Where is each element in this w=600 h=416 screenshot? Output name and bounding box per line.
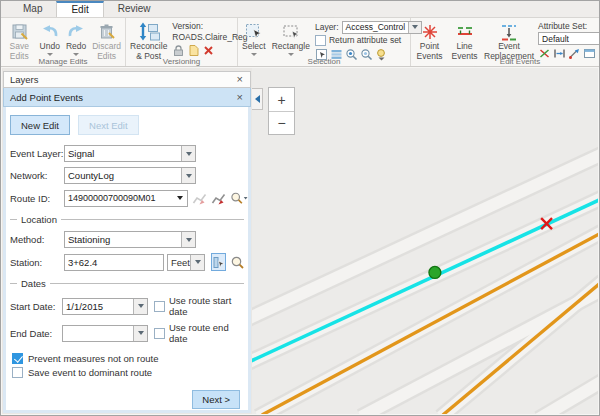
map-view[interactable]: + − bbox=[252, 68, 598, 414]
start-date-value[interactable] bbox=[63, 301, 133, 312]
attribute-set-dropdown[interactable]: Default bbox=[538, 32, 600, 45]
location-section-title: Location bbox=[21, 214, 57, 225]
group-selection: Select Rectangle Layer: Access_Control bbox=[238, 18, 411, 66]
collapse-arrow-icon bbox=[255, 95, 260, 103]
add-point-events-body: New Edit Next Edit Event Layer: Network: bbox=[3, 107, 251, 413]
content-area: Layers × Add Point Events × New Edit Nex… bbox=[2, 68, 598, 414]
edit-events-options: Attribute Set: Default bbox=[536, 20, 600, 61]
layers-title: Layers bbox=[10, 74, 39, 85]
station-zoom-icon[interactable] bbox=[230, 253, 245, 271]
layer-label: Layer: bbox=[315, 22, 339, 32]
delete-version-icon[interactable] bbox=[202, 44, 215, 57]
map-canvas bbox=[252, 68, 598, 414]
version-label: Version: bbox=[172, 21, 247, 31]
side-panel: Layers × Add Point Events × New Edit Nex… bbox=[3, 71, 251, 413]
select-button[interactable]: Select bbox=[240, 20, 268, 57]
prevent-measures-checkbox[interactable] bbox=[12, 353, 23, 364]
use-route-end-date-label: Use route end date bbox=[169, 322, 244, 344]
next-button[interactable]: Next > bbox=[192, 390, 240, 409]
end-date-dropdown[interactable] bbox=[62, 325, 148, 342]
map-zoom-control: + − bbox=[268, 87, 295, 135]
route-id-caret-icon[interactable] bbox=[177, 196, 183, 200]
rectangle-select-icon bbox=[281, 21, 301, 42]
pick-location-button[interactable] bbox=[211, 253, 226, 271]
network-dropdown[interactable] bbox=[64, 167, 196, 184]
method-label: Method: bbox=[10, 234, 64, 245]
event-layer-label: Event Layer: bbox=[10, 148, 64, 159]
select-icon bbox=[244, 21, 264, 42]
end-date-value[interactable] bbox=[63, 328, 133, 339]
network-value[interactable] bbox=[65, 170, 181, 181]
new-edit-button[interactable]: New Edit bbox=[10, 115, 70, 135]
zoom-in-button[interactable]: + bbox=[269, 88, 294, 111]
panel-close-icon[interactable]: × bbox=[236, 92, 244, 103]
ribbon: Map Edit Review Save Edits Undo bbox=[1, 1, 599, 67]
undo-dropdown-caret-icon[interactable] bbox=[47, 53, 53, 56]
panel-collapse-button[interactable] bbox=[252, 88, 263, 110]
event-layer-dropdown[interactable] bbox=[64, 145, 196, 162]
event-point-marker[interactable] bbox=[429, 266, 441, 278]
return-attribute-label: Return attribute set bbox=[329, 35, 401, 45]
reconcile-icon bbox=[138, 21, 160, 42]
station-value[interactable] bbox=[65, 257, 163, 268]
end-date-label: End Date: bbox=[10, 328, 62, 339]
event-replacement-icon bbox=[498, 21, 520, 42]
new-version-icon[interactable] bbox=[187, 44, 200, 57]
redo-label: Redo bbox=[66, 42, 86, 52]
start-date-dropdown[interactable] bbox=[62, 298, 148, 315]
rectangle-button[interactable]: Rectangle bbox=[270, 20, 312, 57]
route-zoom-icon[interactable] bbox=[230, 189, 248, 207]
station-unit-dropdown[interactable]: Feet bbox=[167, 254, 205, 271]
select-route-icon[interactable] bbox=[192, 189, 207, 207]
layer-dropdown[interactable]: Access_Control bbox=[342, 21, 423, 34]
method-value[interactable] bbox=[65, 234, 181, 245]
method-caret-icon[interactable] bbox=[181, 232, 195, 247]
undo-button[interactable]: Undo bbox=[38, 20, 62, 57]
group-label-selection: Selection bbox=[238, 57, 410, 66]
group-edit-events: Point Events Line Events Event Replaceme… bbox=[411, 18, 600, 66]
use-route-end-date-checkbox[interactable] bbox=[154, 328, 165, 339]
ribbon-body: Save Edits Undo Redo bbox=[1, 18, 599, 67]
network-label: Network: bbox=[10, 170, 64, 181]
return-attribute-checkbox[interactable] bbox=[315, 35, 326, 46]
end-date-caret-icon[interactable] bbox=[133, 326, 147, 341]
lock-icon[interactable] bbox=[172, 44, 185, 57]
group-label-manage-edits: Manage Edits bbox=[1, 57, 125, 66]
start-date-caret-icon[interactable] bbox=[133, 299, 147, 314]
select-dropdown-caret-icon[interactable] bbox=[251, 53, 257, 56]
rectangle-dropdown-caret-icon[interactable] bbox=[288, 53, 294, 56]
method-dropdown[interactable] bbox=[64, 231, 196, 248]
save-dominant-checkbox[interactable] bbox=[12, 367, 23, 378]
rectangle-label: Rectangle bbox=[272, 42, 310, 52]
layers-pane-header: Layers × bbox=[3, 71, 251, 88]
redo-button[interactable]: Redo bbox=[64, 20, 88, 57]
ribbon-tabs: Map Edit Review bbox=[1, 1, 599, 18]
point-events-icon bbox=[420, 21, 440, 42]
redo-dropdown-caret-icon[interactable] bbox=[73, 53, 79, 56]
save-icon bbox=[10, 21, 29, 42]
route-id-combo[interactable] bbox=[64, 190, 188, 207]
route-id-value[interactable] bbox=[65, 193, 175, 203]
undo-icon bbox=[40, 21, 60, 42]
attribute-set-value: Default bbox=[539, 34, 600, 44]
attribute-set-label: Attribute Set: bbox=[538, 21, 600, 31]
save-dominant-label: Save event to dominant route bbox=[28, 367, 152, 378]
network-caret-icon[interactable] bbox=[181, 168, 195, 183]
layers-close-icon[interactable]: × bbox=[236, 74, 244, 85]
station-field[interactable] bbox=[64, 254, 164, 271]
station-unit-caret-icon[interactable] bbox=[190, 255, 204, 270]
select-route-on-map-icon[interactable] bbox=[211, 189, 226, 207]
tab-review[interactable]: Review bbox=[104, 1, 165, 17]
event-layer-value[interactable] bbox=[65, 148, 181, 159]
event-layer-caret-icon[interactable] bbox=[181, 146, 195, 161]
group-label-edit-events: Edit Events bbox=[411, 57, 600, 66]
tab-edit[interactable]: Edit bbox=[56, 1, 103, 17]
tab-map[interactable]: Map bbox=[9, 1, 56, 17]
selection-options: Layer: Access_Control Return attribute s… bbox=[313, 20, 421, 62]
group-label-versioning: Versioning bbox=[126, 57, 237, 66]
zoom-out-button[interactable]: − bbox=[269, 111, 294, 134]
version-value: ROADS.Claire_Reg bbox=[172, 32, 247, 42]
use-route-start-date-checkbox[interactable] bbox=[154, 301, 165, 312]
prevent-measures-label: Prevent measures not on route bbox=[28, 353, 158, 364]
next-edit-button[interactable]: Next Edit bbox=[78, 115, 139, 135]
